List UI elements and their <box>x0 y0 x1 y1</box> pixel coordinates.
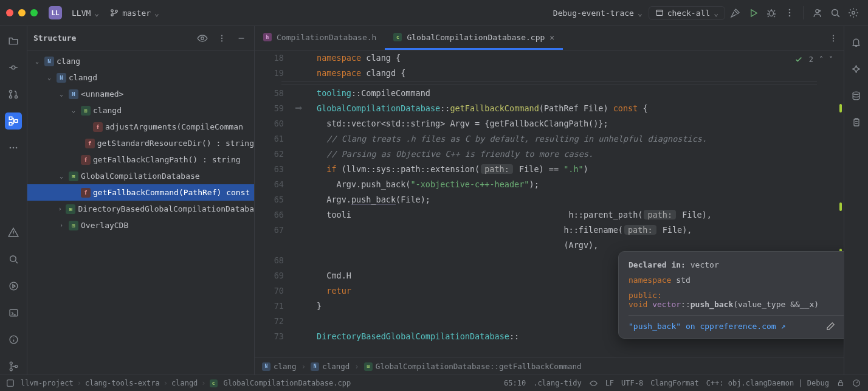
gutter-mark[interactable]: ⮕ <box>295 101 317 116</box>
vcs-tool-button[interactable] <box>5 358 22 375</box>
reader-mode[interactable] <box>588 379 599 388</box>
collapse-icon[interactable]: ⌄ <box>32 58 42 64</box>
line-number[interactable]: 68 <box>255 253 295 268</box>
breadcrumb-item[interactable]: Nclang <box>262 362 297 371</box>
line-number[interactable]: 60 <box>255 116 295 131</box>
change-marker[interactable] <box>839 104 842 112</box>
encoding[interactable]: UTF-8 <box>620 379 644 387</box>
code-line[interactable]: 19namespace clangd { <box>255 66 844 81</box>
tree-node[interactable]: ⌄⊞clangd <box>27 102 254 119</box>
context-status[interactable]: C++: obj.clangDaemon | Debug <box>705 379 830 387</box>
editor-tab[interactable]: hCompilationDatabase.h <box>255 26 385 50</box>
build-target-selector[interactable]: check-all ⌄ <box>649 6 725 20</box>
more-tools-button[interactable] <box>5 139 22 156</box>
edit-icon[interactable] <box>826 322 835 331</box>
memory-indicator[interactable] <box>851 379 862 387</box>
show-options-button[interactable] <box>196 32 209 45</box>
build-button[interactable] <box>726 4 743 21</box>
settings-button[interactable] <box>845 4 862 21</box>
line-number[interactable]: 70 <box>255 283 295 299</box>
project-tool-button[interactable] <box>5 32 22 49</box>
line-number[interactable]: 59 <box>255 101 295 116</box>
code-line[interactable]: 67 h::filename(path: File), <box>255 223 844 238</box>
code-line[interactable]: 66 tooli h::parent_path(path: File), <box>255 207 844 223</box>
code-line[interactable]: 60 std::vector<std::string> Argv = {getF… <box>255 116 844 131</box>
code-line[interactable]: 61 // Clang treats .h files as C by defa… <box>255 131 844 147</box>
minimize-dot[interactable] <box>18 9 26 16</box>
expand-icon[interactable]: › <box>57 206 63 212</box>
tree-node[interactable]: fgetStandardResourceDir() : string <box>27 135 254 151</box>
formatter[interactable]: ClangFormat <box>649 379 700 387</box>
more-actions-button[interactable] <box>781 4 798 21</box>
line-number[interactable]: 58 <box>255 86 295 101</box>
line-number[interactable]: 18 <box>255 50 295 66</box>
run-config-selector[interactable]: Debug-event-trace ⌄ <box>548 6 647 20</box>
tree-node[interactable]: ›⊞DirectoryBasedGlobalCompilationDataba <box>27 201 254 217</box>
ai-assistant-button[interactable] <box>849 61 864 76</box>
close-tab-button[interactable]: ✕ <box>549 33 554 42</box>
line-number[interactable]: 61 <box>255 131 295 147</box>
collapse-icon[interactable]: ⌄ <box>57 173 66 179</box>
tree-node[interactable]: fgetFallbackClangPath() : string <box>27 151 254 168</box>
tree-node[interactable]: ›⊞OverlayCDB <box>27 217 254 234</box>
problems-button[interactable] <box>5 331 22 348</box>
tree-node[interactable]: ⌄N<unnamed> <box>27 86 254 102</box>
line-number[interactable]: 69 <box>255 268 295 283</box>
pull-requests-button[interactable] <box>5 86 22 103</box>
close-dot[interactable] <box>6 9 13 16</box>
clipboard-button[interactable] <box>849 115 864 130</box>
line-number[interactable]: 67 <box>255 223 295 238</box>
hide-panel-button[interactable] <box>235 32 248 45</box>
run-button[interactable] <box>745 4 762 21</box>
code-line[interactable]: 65 Argv.push_back(File); <box>255 192 844 207</box>
readonly-toggle[interactable] <box>835 379 846 387</box>
code-line[interactable]: 18namespace clang { <box>255 50 844 66</box>
debug-button[interactable] <box>763 4 780 21</box>
line-number[interactable] <box>255 238 295 253</box>
code-with-me-button[interactable] <box>808 4 825 21</box>
code-line[interactable]: 64 Argv.push_back("-xobjective-c++-heade… <box>255 177 844 192</box>
line-number[interactable]: 63 <box>255 162 295 177</box>
editor-tab[interactable]: cGlobalCompilationDatabase.cpp✕ <box>385 26 563 50</box>
code-line[interactable]: 63 if (llvm::sys::path::extension(path: … <box>255 162 844 177</box>
path-segment[interactable]: llvm-project <box>21 379 74 387</box>
find-tool-button[interactable] <box>5 251 22 268</box>
path-segment[interactable]: clangd <box>171 379 198 387</box>
folded-region[interactable] <box>281 81 817 85</box>
line-number[interactable]: 72 <box>255 314 295 329</box>
tree-node[interactable]: ⌄Nclangd <box>27 69 254 86</box>
status-path[interactable]: llvm-project › clang-tools-extra › clang… <box>19 379 352 387</box>
notifications-button[interactable] <box>849 35 864 49</box>
editor-breadcrumbs[interactable]: Nclang›Nclangd›⊞GlobalCompilationDatabas… <box>255 358 844 375</box>
code-line[interactable]: 62 // Parsing as Objective C++ is friend… <box>255 147 844 162</box>
line-number[interactable]: 65 <box>255 192 295 207</box>
tree-node[interactable]: ⌄⊞GlobalCompilationDatabase <box>27 168 254 184</box>
clang-tidy-status[interactable]: .clang-tidy <box>532 379 582 387</box>
run-tool-button[interactable] <box>5 277 22 294</box>
line-number[interactable]: 66 <box>255 207 295 223</box>
tabs-more-button[interactable] <box>829 26 844 50</box>
caret-position[interactable]: 65:10 <box>503 379 527 387</box>
external-doc-link[interactable]: "push_back" on cppreference.com ↗ <box>629 322 785 331</box>
collapse-icon[interactable]: ⌄ <box>57 91 66 97</box>
line-number[interactable]: 73 <box>255 329 295 344</box>
tree-node[interactable]: fadjustArguments(CompileComman <box>27 119 254 135</box>
path-segment[interactable]: clang-tools-extra <box>85 379 160 387</box>
tree-node[interactable]: fgetFallbackCommand(PathRef) const <box>27 184 254 201</box>
path-segment[interactable]: GlobalCompilationDatabase.cpp <box>224 379 351 387</box>
commit-tool-button[interactable] <box>5 59 22 76</box>
structure-tool-button[interactable] <box>5 112 22 130</box>
search-everywhere-button[interactable] <box>827 4 844 21</box>
panel-options-button[interactable] <box>215 32 229 45</box>
code-line[interactable]: 58tooling::CompileCommand <box>255 86 844 101</box>
breadcrumb-item[interactable]: ⊞GlobalCompilationDatabase::getFallbackC… <box>364 362 582 371</box>
tree-node[interactable]: ⌄Nclang <box>27 53 254 69</box>
expand-icon[interactable]: › <box>57 222 66 229</box>
line-number[interactable]: 64 <box>255 177 295 192</box>
database-button[interactable] <box>849 88 864 103</box>
terminal-tool-button[interactable] <box>5 304 22 321</box>
kebab-icon[interactable] <box>829 34 838 43</box>
line-separator[interactable]: LF <box>604 379 615 387</box>
change-marker[interactable] <box>839 202 842 211</box>
line-number[interactable]: 62 <box>255 147 295 162</box>
